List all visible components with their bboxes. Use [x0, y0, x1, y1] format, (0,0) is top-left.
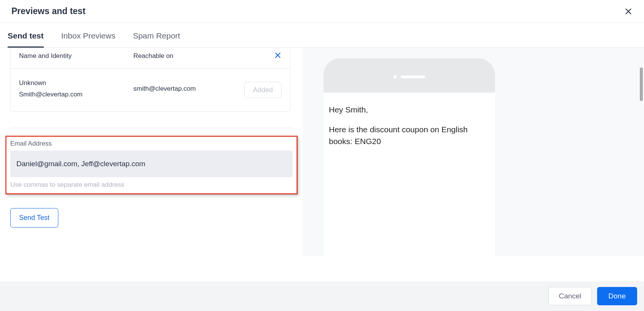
identity-header: Name and Identity Reachable on	[11, 48, 290, 68]
modal-header: Previews and test	[0, 0, 644, 23]
cancel-button[interactable]: Cancel	[548, 287, 591, 305]
identity-name-cell: Unknown Smith@clevertap.com	[19, 79, 133, 98]
main-content: Name and Identity Reachable on Unknown S…	[0, 48, 644, 256]
remove-row-icon[interactable]	[274, 51, 282, 61]
tab-inbox-previews[interactable]: Inbox Previews	[61, 23, 115, 47]
column-header-reachable: Reachable on	[133, 52, 173, 60]
left-pane: Name and Identity Reachable on Unknown S…	[0, 48, 303, 256]
email-address-label: Email Address	[10, 140, 293, 147]
send-test-button[interactable]: Send Test	[10, 208, 58, 228]
done-button[interactable]: Done	[597, 287, 637, 305]
modal-footer: Cancel Done	[0, 281, 644, 311]
identity-table: Name and Identity Reachable on Unknown S…	[10, 48, 290, 112]
email-address-input[interactable]	[10, 151, 293, 177]
preview-body: Here is the discount coupon on English b…	[329, 124, 490, 147]
phone-camera-icon	[394, 75, 397, 79]
page-title: Previews and test	[11, 6, 85, 16]
identity-email: Smith@clevertap.com	[19, 91, 133, 98]
identity-row: Unknown Smith@clevertap.com smith@clever…	[11, 68, 290, 111]
tab-spam-report[interactable]: Spam Report	[133, 23, 180, 47]
right-scrollbar[interactable]	[640, 67, 643, 101]
identity-reachable-cell: smith@clevertap.com	[133, 85, 196, 93]
preview-message: Hey Smith, Here is the discount coupon o…	[324, 93, 495, 147]
close-icon[interactable]	[624, 7, 633, 16]
column-header-name: Name and Identity	[19, 52, 133, 60]
email-address-section: Email Address Use commas to separate ema…	[5, 136, 298, 194]
phone-mockup: Hey Smith, Here is the discount coupon o…	[324, 58, 495, 256]
tab-send-test[interactable]: Send test	[8, 23, 44, 47]
tabs: Send test Inbox Previews Spam Report	[0, 23, 644, 48]
phone-notch	[394, 75, 425, 79]
preview-greeting: Hey Smith,	[329, 104, 490, 115]
section-divider	[10, 128, 293, 128]
added-button: Added	[244, 82, 282, 98]
phone-screen: Hey Smith, Here is the discount coupon o…	[324, 93, 495, 256]
preview-pane: Hey Smith, Here is the discount coupon o…	[303, 48, 644, 256]
email-address-hint: Use commas to separate email address	[10, 181, 293, 189]
phone-speaker-icon	[401, 75, 425, 78]
identity-name: Unknown	[19, 79, 133, 87]
